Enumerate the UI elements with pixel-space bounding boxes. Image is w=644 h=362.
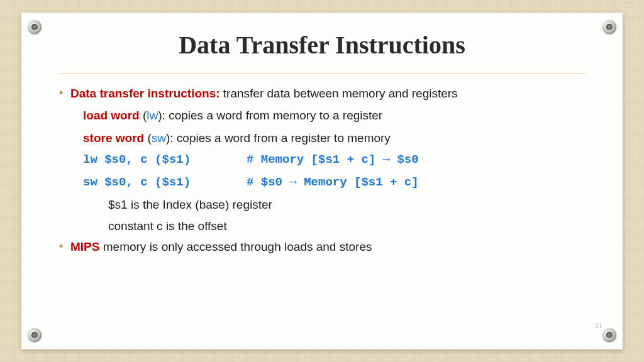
code-line-2: sw $s0, c ($s1) # $s0 → Memory [$s1 + c] xyxy=(83,173,585,192)
code2-comment: # $s0 → Memory [$s1 + c] xyxy=(247,173,419,192)
bullet-dot-icon: • xyxy=(59,84,70,102)
page-number: 31 xyxy=(594,321,602,331)
corner-screw-icon xyxy=(28,328,42,342)
loadword-label: load word xyxy=(83,109,140,122)
sw-p1: ( xyxy=(144,131,152,145)
lw-p1: ( xyxy=(140,109,147,122)
note-2: constant c is the offset xyxy=(108,217,585,235)
bullet-1: • Data transfer instructions: transfer d… xyxy=(59,84,585,102)
code1-comment: # Memory [$s1 + c] → $s0 xyxy=(247,151,419,169)
bullet-1-strong: Data transfer instructions: xyxy=(70,87,220,100)
slide-content: • Data transfer instructions: transfer d… xyxy=(59,84,585,256)
sw-mnemonic: sw xyxy=(152,131,166,145)
corner-screw-icon xyxy=(602,328,616,342)
bullet-2: • MIPS memory is only accessed through l… xyxy=(59,238,585,256)
code-line-1: lw $s0, c ($s1) # Memory [$s1 + c] → $s0 xyxy=(83,151,585,169)
storeword-label: store word xyxy=(83,131,144,145)
loadword-line: load word (lw): copies a word from memor… xyxy=(83,106,585,124)
bullet-dot-icon: • xyxy=(59,238,70,256)
storeword-line: store word (sw): copies a word from a re… xyxy=(83,129,585,147)
sw-p2: ): copies a word from a register to memo… xyxy=(166,131,391,145)
bullet-1-text: Data transfer instructions: transfer dat… xyxy=(70,84,458,102)
slide-paper: Data Transfer Instructions • Data transf… xyxy=(21,13,623,349)
note-1: $s1 is the Index (base) register xyxy=(108,195,585,214)
bullet-1-rest: transfer data between memory and registe… xyxy=(220,87,458,100)
lw-mnemonic: lw xyxy=(147,109,158,122)
corner-screw-icon xyxy=(28,20,42,34)
bullet-2-rest: memory is only accessed through loads an… xyxy=(99,240,372,253)
divider xyxy=(59,74,585,74)
bullet-2-text: MIPS memory is only accessed through loa… xyxy=(70,238,372,256)
lw-p2: ): copies a word from memory to a regist… xyxy=(158,109,382,122)
corner-screw-icon xyxy=(602,20,616,34)
bullet-2-strong: MIPS xyxy=(70,240,99,253)
slide-title: Data Transfer Instructions xyxy=(59,30,585,60)
code1-instr: lw $s0, c ($s1) xyxy=(83,151,247,169)
code2-instr: sw $s0, c ($s1) xyxy=(83,173,247,192)
